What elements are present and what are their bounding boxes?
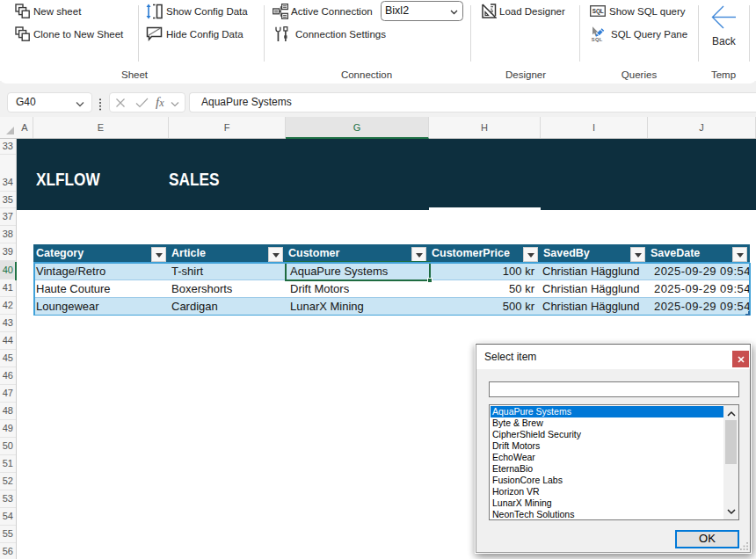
svg-text:SQL: SQL	[592, 8, 604, 15]
svg-text:SQL: SQL	[592, 37, 603, 42]
